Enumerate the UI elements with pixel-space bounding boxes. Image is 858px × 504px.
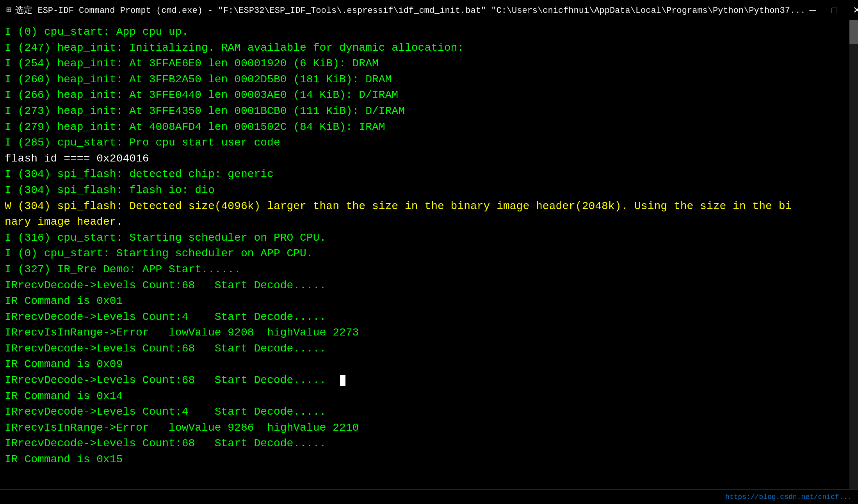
title-bar-text: 选定 ESP-IDF Command Prompt (cmd.exe) - "F… [15,4,805,16]
terminal-line: I (0) cpu_start: Starting scheduler on A… [5,246,853,262]
window-icon: ⊞ [6,5,11,15]
scrollbar[interactable] [849,20,858,489]
terminal-line: IRrecvDecode->Levels Count:68 Start Deco… [5,373,853,389]
terminal-cursor [340,375,345,386]
terminal-line: IR Command is 0x01 [5,293,853,309]
terminal-line: nary image header. [5,214,853,230]
terminal-line: I (316) cpu_start: Starting scheduler on… [5,230,853,246]
title-bar: ⊞ 选定 ESP-IDF Command Prompt (cmd.exe) - … [0,0,858,20]
status-bar: https://blog.csdn.net/cnicf... [0,489,858,504]
status-bar-text: https://blog.csdn.net/cnicf... [725,493,852,501]
terminal-line: I (304) spi_flash: flash io: dio [5,183,853,199]
scrollbar-thumb[interactable] [849,20,858,44]
window: ⊞ 选定 ESP-IDF Command Prompt (cmd.exe) - … [0,0,858,504]
terminal-line: I (266) heap_init: At 3FFE0440 len 00003… [5,87,853,103]
terminal-line: I (279) heap_init: At 4008AFD4 len 00015… [5,119,853,135]
terminal-content: I (0) cpu_start: App cpu up.I (247) heap… [5,24,853,468]
terminal-line: I (247) heap_init: Initializing. RAM ava… [5,40,853,56]
terminal-line: I (260) heap_init: At 3FFB2A50 len 0002D… [5,72,853,88]
terminal-line: IRrecvDecode->Levels Count:68 Start Deco… [5,436,853,452]
terminal-line: I (0) cpu_start: App cpu up. [5,24,853,40]
terminal-line: IR Command is 0x09 [5,357,853,373]
terminal-line: IR Command is 0x14 [5,389,853,405]
terminal-body[interactable]: I (0) cpu_start: App cpu up.I (247) heap… [0,20,858,489]
terminal-line: I (304) spi_flash: detected chip: generi… [5,167,853,183]
terminal-line: I (254) heap_init: At 3FFAE6E0 len 00001… [5,56,853,72]
terminal-line: IRrecvIsInRange->Error lowValue 9208 hig… [5,325,853,341]
terminal-line: I (327) IR_Rre Demo: APP Start...... [5,262,853,278]
terminal-line: W (304) spi_flash: Detected size(4096k) … [5,199,853,215]
terminal-line: flash id ==== 0x204016 [5,151,853,167]
close-button[interactable]: ✕ [849,3,858,17]
terminal-line: IRrecvDecode->Levels Count:68 Start Deco… [5,341,853,357]
terminal-line: I (273) heap_init: At 3FFE4350 len 0001B… [5,103,853,119]
minimize-button[interactable]: ─ [806,3,820,17]
title-bar-controls: ─ □ ✕ [806,3,858,17]
terminal-line: IRrecvDecode->Levels Count:68 Start Deco… [5,278,853,294]
terminal-line: IRrecvDecode->Levels Count:4 Start Decod… [5,404,853,420]
terminal-line: IR Command is 0x15 [5,452,853,468]
terminal-line: I (285) cpu_start: Pro cpu start user co… [5,135,853,151]
terminal-line: IRrecvIsInRange->Error lowValue 9286 hig… [5,420,853,436]
maximize-button[interactable]: □ [828,3,842,17]
title-bar-left: ⊞ 选定 ESP-IDF Command Prompt (cmd.exe) - … [6,4,806,16]
terminal-line: IRrecvDecode->Levels Count:4 Start Decod… [5,309,853,325]
